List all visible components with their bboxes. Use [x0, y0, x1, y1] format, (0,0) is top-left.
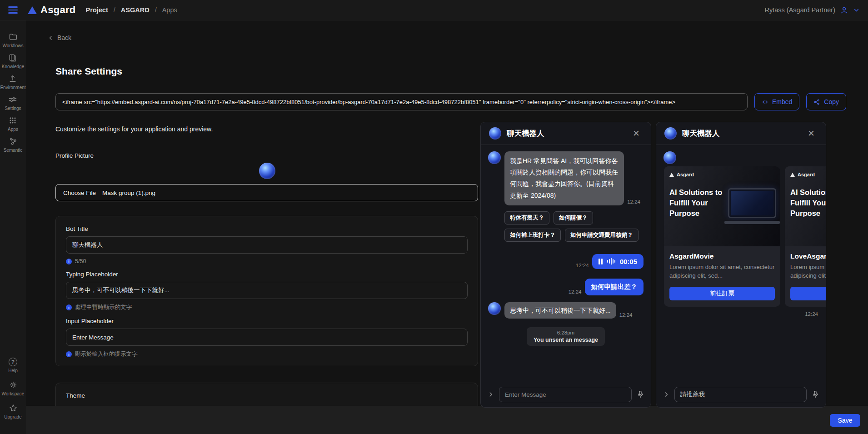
sidebar-item-help[interactable]: ? Help — [2, 358, 25, 373]
info-icon: i — [66, 259, 72, 264]
embed-button-label: Embed — [772, 98, 792, 105]
promo-card-image: Asgard AI Solutions to Fulfill Your Purp… — [664, 166, 780, 246]
sidebar-label: Apps — [8, 127, 18, 132]
chat1-header: 聊天機器人 ✕ — [481, 122, 651, 145]
chat2-title: 聊天機器人 — [682, 129, 720, 139]
sidebar-item-settings[interactable]: Settings — [5, 95, 21, 111]
embed-button[interactable]: Embed — [754, 93, 799, 110]
sidebar-label: Settings — [5, 106, 21, 111]
upload-icon — [8, 74, 17, 83]
sidebar-item-upgrade[interactable]: Upgrade — [2, 404, 25, 419]
typing-placeholder-input[interactable] — [66, 282, 468, 299]
message-time: 12:24 — [619, 312, 633, 318]
sidebar-item-semantic[interactable]: Semantic — [4, 137, 23, 153]
chat1-messages: 我是HR 常見問答 AI，我可以回答你各項關於人資相關的問題，你可以問我任何問題… — [481, 145, 651, 382]
typing-placeholder-hint: 處理中暫時顯示的文字 — [75, 304, 132, 311]
embed-code-input[interactable] — [55, 93, 748, 110]
menu-icon[interactable] — [8, 6, 18, 14]
sidebar-label: Workflows — [3, 43, 24, 48]
quick-reply-chip[interactable]: 特休有幾天？ — [504, 211, 549, 224]
chat1-title: 聊天機器人 — [507, 129, 544, 139]
promo-card-title: AsgardMovie — [669, 252, 775, 260]
save-button[interactable]: Save — [830, 414, 860, 427]
quick-reply-chip[interactable]: 如何請假？ — [554, 211, 593, 224]
page-title: Share Settings — [55, 66, 122, 77]
card-carousel: Asgard AI Solutions to Fulfill Your Purp… — [664, 166, 826, 307]
sidebar-item-workspace[interactable]: Workspace — [2, 380, 25, 396]
chevron-right-icon[interactable] — [488, 391, 494, 398]
triangle-logo-icon — [669, 173, 674, 177]
voice-message-bubble[interactable]: 00:05 — [592, 254, 644, 269]
breadcrumb-app[interactable]: ASGARD — [121, 6, 150, 14]
promo-card-button[interactable]: 前往訂票 — [790, 287, 826, 300]
promo-card-button[interactable]: 前往訂票 — [669, 287, 775, 300]
copy-button[interactable]: Copy — [806, 93, 846, 110]
sidebar-label: Workspace — [2, 391, 25, 396]
sidebar-nav: Workflows Knowledge Environment Settings… — [0, 20, 26, 434]
brand-logo[interactable]: Asgard — [28, 4, 76, 16]
bot-avatar — [488, 151, 501, 164]
system-message-time: 6:28pm — [534, 330, 598, 335]
user-message-bubble: 如何申請出差？ — [585, 279, 644, 295]
sidebar-label: Semantic — [4, 148, 23, 153]
typing-placeholder-label: Typing Placeholder — [66, 271, 468, 278]
bot-avatar — [489, 127, 501, 140]
mic-icon[interactable] — [812, 390, 819, 399]
system-message: 6:28pm You unsent an message — [527, 327, 605, 346]
embed-row: Embed Copy — [55, 93, 846, 110]
chevron-right-icon[interactable] — [663, 391, 669, 398]
sidebar-item-knowledge[interactable]: Knowledge — [2, 53, 24, 69]
input-placeholder-label: Input Placeholder — [66, 318, 468, 324]
bot-avatar — [664, 127, 677, 140]
mic-icon[interactable] — [637, 390, 644, 399]
breadcrumb-separator: / — [114, 6, 115, 14]
chevron-down-icon[interactable] — [853, 7, 860, 14]
bot-title-label: Bot Title — [66, 225, 468, 232]
sidebar-label: Environment — [0, 85, 25, 90]
sidebar-item-workflows[interactable]: Workflows — [3, 32, 24, 48]
bot-title-hint: 5/50 — [75, 258, 86, 264]
chat-preview-panel-2: 聊天機器人 ✕ Asgard AI Solutions to Fulfill Y… — [656, 122, 826, 408]
bot-avatar — [663, 151, 676, 164]
profile-picture-preview — [259, 163, 275, 179]
account-menu[interactable]: Rytass (Asgard Partner) — [764, 6, 860, 15]
bot-title-input[interactable] — [66, 236, 468, 254]
input-placeholder-hint: 顯示於輸入框的提示文字 — [75, 350, 138, 358]
bot-message-bubble: 我是HR 常見問答 AI，我可以回答你各項關於人資相關的問題，你可以問我任何問題… — [504, 151, 624, 205]
bot-avatar — [488, 302, 501, 315]
back-button[interactable]: Back — [48, 34, 71, 41]
book-icon — [8, 53, 17, 62]
message-time: 12:24 — [627, 199, 640, 205]
input-placeholder-input[interactable] — [66, 329, 468, 346]
info-icon: i — [66, 304, 72, 310]
chat1-message-input[interactable] — [499, 387, 632, 402]
choose-file-label[interactable]: Choose File — [63, 190, 96, 196]
promo-card-loveasgard[interactable]: Asgard AI Solutions to Fulfill Your Purp… — [785, 166, 826, 307]
user-message-row: 12:24 如何申請出差？ — [488, 279, 644, 295]
help-icon: ? — [9, 358, 17, 366]
message-time: 12:24 — [663, 311, 818, 317]
breadcrumb-project[interactable]: Project — [86, 6, 108, 14]
bot-settings-card: Bot Title i 5/50 Typing Placeholder i 處理… — [55, 216, 478, 366]
asgard-brand-badge: Asgard — [669, 172, 694, 177]
chevron-left-icon — [48, 35, 54, 41]
bot-message-bubble: 思考中，可不可以稍後一下下就好... — [504, 302, 616, 319]
close-icon[interactable]: ✕ — [808, 129, 818, 138]
top-bar: Asgard Project / ASGARD / Apps Rytass (A… — [0, 0, 868, 20]
pause-icon[interactable] — [599, 259, 603, 264]
triangle-logo-icon — [790, 173, 795, 177]
quick-reply-chip[interactable]: 如何申請交通費用核銷？ — [565, 229, 639, 242]
gear-icon — [9, 380, 18, 389]
promo-headline: AI Solutions to Fulfill Your Purpose — [669, 187, 737, 219]
sidebar-item-environment[interactable]: Environment — [0, 74, 25, 90]
promo-card-asgardmovie[interactable]: Asgard AI Solutions to Fulfill Your Purp… — [664, 166, 780, 307]
close-icon[interactable]: ✕ — [633, 129, 643, 138]
quick-reply-chip[interactable]: 如何補上班打卡？ — [504, 229, 561, 242]
copy-button-label: Copy — [824, 98, 839, 105]
breadcrumb-separator: / — [155, 6, 157, 14]
footer-bar: Save — [26, 406, 868, 434]
chat2-message-input[interactable] — [674, 387, 807, 402]
sidebar-item-apps[interactable]: Apps — [8, 116, 18, 132]
bot-message-row: 我是HR 常見問答 AI，我可以回答你各項關於人資相關的問題，你可以問我任何問題… — [488, 151, 644, 205]
profile-file-input[interactable]: Choose File Mask group (1).png — [55, 184, 478, 201]
